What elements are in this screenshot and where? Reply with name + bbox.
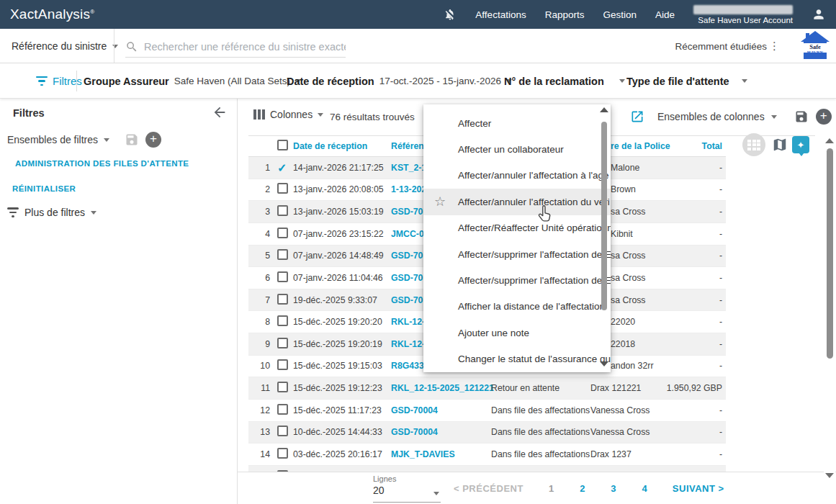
nav-item-rapports[interactable]: Rapports [545,9,585,20]
table-row[interactable]: 12 ✓ 15-déc.-2025 11:17:23 GSD-70004 Dan… [248,400,726,422]
add-filter-set-button[interactable]: + [145,132,161,148]
row-checkbox[interactable] [277,183,288,194]
scroll-down-arrow[interactable] [600,361,608,366]
header-date-reception[interactable]: Date de réception [293,141,367,151]
page-scrollbar-thumb[interactable] [827,148,833,359]
star-icon[interactable]: ☆ [434,194,446,210]
menu-item[interactable]: ☆ Affecter/supprimer l'affectation de E [423,241,611,267]
menu-item[interactable]: ☆ Affecter/annuler l'affectation à l'age [423,163,611,189]
nav-item-aide[interactable]: Aide [655,9,675,20]
row-checkbox[interactable] [277,359,288,370]
row-checkbox[interactable] [277,205,288,216]
insurer-group-filter[interactable]: Groupe Assureur Safe Haven (All Data Set… [84,63,301,99]
nav-item-gestion[interactable]: Gestion [603,9,637,20]
row-checkbox[interactable] [277,271,288,282]
select-all-checkbox[interactable] [277,140,288,150]
row-checkbox[interactable] [277,448,288,459]
menu-item[interactable]: ☆ Changer le statut de l'assurance qua [423,346,611,372]
cell-reference-link[interactable]: RKL-12- [391,317,425,327]
cell-reference-link[interactable]: GSD-700 [391,295,428,305]
column-sets-dropdown[interactable]: Ensembles de colonnes [657,111,777,122]
columns-dropdown[interactable]: Colonnes [253,109,323,120]
search-input[interactable] [144,41,346,53]
notifications-off-icon[interactable] [444,8,457,21]
results-count: 76 résultats trouvés [330,112,415,122]
open-in-new-button[interactable] [630,109,644,124]
chevron-down-icon [104,138,109,142]
previous-page-button[interactable]: < PRÉCÉDENT [454,483,523,494]
row-number: 7 [248,295,270,305]
cell-reference-link[interactable]: GSD-700 [391,251,428,261]
save-column-set-button[interactable] [794,109,809,124]
row-checkbox[interactable] [277,338,288,348]
rows-per-page-select[interactable]: Lignes 20 [373,474,441,496]
cell-reference-link[interactable]: GSD-70004 [391,427,438,437]
page-scrollbar[interactable] [824,137,835,481]
row-checkbox[interactable] [277,228,288,238]
save-filter-set-button[interactable] [125,132,139,147]
navbar-menu: Affectations Rapports Gestion Aide Safe … [444,5,836,24]
scroll-down-arrow[interactable] [825,473,834,478]
menu-item[interactable]: ☆ Affecter/supprimer l'affectation de E [423,267,611,293]
chevron-down-icon [433,492,439,495]
page-button-4[interactable]: 4 [639,483,651,494]
row-checkbox[interactable] [277,404,288,415]
row-checkbox[interactable] [277,382,288,392]
page-button-3[interactable]: 3 [607,483,619,494]
row-checkbox[interactable] [277,426,288,436]
cell-reference-link[interactable]: 1-13-202 [391,184,426,194]
next-page-button[interactable]: SUIVANT > [673,483,724,494]
table-row[interactable]: 11 ✓ 15-déc.-2025 19:12:23 RKL_12-15-202… [248,377,726,400]
cell-reference-link[interactable]: GSD-700 [391,273,428,283]
page-button-2[interactable]: 2 [576,483,588,494]
reception-date-filter[interactable]: Date de réception 17-oct.-2025 - 15-janv… [287,63,512,99]
person-icon[interactable] [812,7,826,22]
cell-reference-link[interactable]: RKL-12- [391,339,425,349]
cell-reference-link[interactable]: GSD-700 [391,207,428,217]
menu-item[interactable]: ☆ Ajouter une note [423,320,611,346]
cell-reference-link[interactable]: KST_2-1 [391,163,426,173]
table-row[interactable]: 13 ✓ 10-déc.-2025 14:44:33 GSD-70004 Dan… [248,422,726,444]
menu-item[interactable]: ☆ Affecter/Réaffecter Unité opérationn [423,215,611,241]
menu-scrollbar-thumb[interactable] [601,122,607,310]
page-button-1[interactable]: 1 [545,483,557,494]
row-checkbox[interactable] [277,249,288,260]
cell-reference-link[interactable]: RKL_12-15-2025_121221 [391,383,494,393]
filter-sets-dropdown[interactable]: Ensembles de filtres [7,134,109,145]
header-policy-holder[interactable]: re de la Police [611,141,670,151]
queue-type-filter[interactable]: Type de file d'attente [626,63,747,99]
row-number: 10 [248,361,270,371]
menu-item[interactable]: ☆ Affecter un collaborateur [423,136,611,162]
cell-reference-link[interactable]: GSD-70004 [391,405,438,415]
app-logo[interactable]: XactAnalysis® [10,6,94,22]
filters-toggle[interactable]: Filtres [36,63,82,99]
add-column-set-button[interactable]: + [816,109,832,125]
collapse-sidebar-button[interactable] [212,104,228,123]
reset-filters-link[interactable]: RÉINITIALISER [12,184,76,193]
scroll-up-arrow[interactable] [600,107,608,112]
more-filters-toggle[interactable]: Plus de filtres [7,207,96,218]
cell-total: - [719,273,722,283]
header-total[interactable]: Total [702,141,722,151]
row-number: 2 [248,184,270,194]
scroll-up-arrow[interactable] [825,138,834,143]
kebab-menu-icon[interactable]: ⋮ [769,29,780,63]
map-view-button[interactable] [772,137,788,156]
menu-item[interactable]: ☆ Affecter/annuler l'affectation du véri [423,189,611,215]
search-scope-dropdown[interactable]: Référence du sinistre [12,29,118,63]
table-row[interactable]: 14 ✓ 03-déc.-2025 20:16:17 MJK_T-DAVIES … [248,444,726,466]
recently-viewed-link[interactable]: Récemment étudiées [675,29,767,63]
user-account[interactable]: Safe Haven User Account [693,5,793,24]
menu-item[interactable]: ☆ Affecter [423,110,611,136]
cell-reference-link[interactable]: MJK_T-DAVIES [391,449,455,459]
menu-scrollbar[interactable] [599,106,609,371]
table-row[interactable]: 15 ✓ [248,466,726,472]
nav-item-affectations[interactable]: Affectations [475,9,526,20]
queue-administration-link[interactable]: ADMINISTRATION DES FILES D'ATTENTE [15,159,189,168]
menu-item[interactable]: ☆ Afficher la distance de l'affectation [423,294,611,320]
grid-view-button[interactable] [742,133,765,156]
row-checkbox[interactable] [277,315,288,326]
claim-number-filter[interactable]: N° de la reclamation [504,63,625,99]
assistant-sparkle-button[interactable]: ✦ [792,136,809,153]
row-checkbox[interactable] [277,294,288,305]
